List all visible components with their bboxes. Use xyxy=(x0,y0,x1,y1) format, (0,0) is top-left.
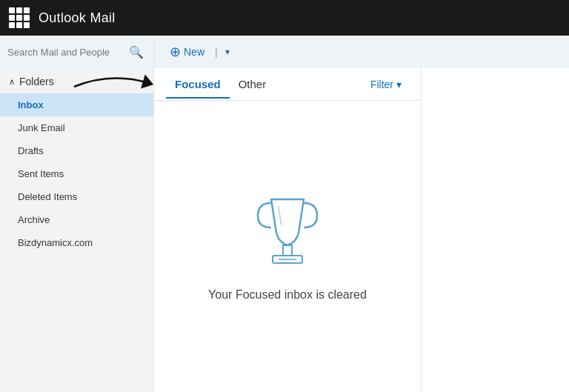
divider: | xyxy=(215,46,218,58)
waffle-dot xyxy=(16,15,22,21)
filter-label: Filter xyxy=(370,79,393,90)
search-bar: 🔍 xyxy=(0,36,155,68)
sidebar-item-deleted[interactable]: Deleted Items xyxy=(0,185,153,208)
chevron-down-icon: ▾ xyxy=(225,47,230,57)
sidebar-item-bizdynamicx[interactable]: Bizdynamicx.com xyxy=(0,231,153,254)
sidebar-item-inbox[interactable]: Inbox xyxy=(0,93,153,116)
tab-other[interactable]: Other xyxy=(230,70,276,98)
waffle-dot xyxy=(24,15,30,21)
waffle-button[interactable] xyxy=(9,7,30,28)
waffle-dot xyxy=(24,22,30,28)
tab-focused-label: Focused xyxy=(175,78,221,90)
waffle-dot xyxy=(9,22,15,28)
waffle-dot xyxy=(9,7,15,13)
tab-focused[interactable]: Focused xyxy=(166,70,230,98)
sidebar-item-label: Deleted Items xyxy=(18,191,77,202)
folders-label: Folders xyxy=(19,76,54,87)
new-icon: ⊕ xyxy=(170,45,181,59)
waffle-dot xyxy=(24,7,30,13)
sidebar-item-junk[interactable]: Junk Email xyxy=(0,116,153,139)
sidebar-item-label: Sent Items xyxy=(18,168,64,179)
search-button[interactable]: 🔍 xyxy=(126,42,147,62)
top-bar: Outlook Mail xyxy=(0,0,569,36)
waffle-dot xyxy=(16,22,22,28)
empty-message: Your Focused inbox is cleared xyxy=(208,288,367,302)
sidebar-item-archive[interactable]: Archive xyxy=(0,208,153,231)
collapse-icon[interactable]: ∧ xyxy=(9,77,15,87)
filter-button[interactable]: Filter ▾ xyxy=(363,74,409,95)
folders-header: ∧ Folders xyxy=(0,68,153,93)
toolbar: ⊕ New | ▾ xyxy=(155,36,569,68)
empty-state: Your Focused inbox is cleared xyxy=(154,101,421,392)
right-panel xyxy=(421,68,569,392)
sidebar: ∧ Folders Inbox Junk Email xyxy=(0,68,154,392)
chevron-down-icon: ▾ xyxy=(396,79,402,90)
folders-section: ∧ Folders Inbox Junk Email xyxy=(0,68,153,392)
svg-rect-0 xyxy=(283,245,292,256)
tab-other-label: Other xyxy=(239,78,267,90)
main-layout: ∧ Folders Inbox Junk Email xyxy=(0,68,569,392)
sidebar-item-label: Junk Email xyxy=(18,122,65,133)
new-button[interactable]: ⊕ New xyxy=(164,42,210,62)
tab-bar: Focused Other Filter ▾ xyxy=(154,68,421,101)
sidebar-item-label: Bizdynamicx.com xyxy=(18,237,93,248)
sidebar-item-label: Drafts xyxy=(18,145,44,156)
waffle-dot xyxy=(9,15,15,21)
search-icon: 🔍 xyxy=(129,46,144,59)
trophy-icon xyxy=(250,192,325,273)
app-title: Outlook Mail xyxy=(39,10,116,26)
waffle-dot xyxy=(16,7,22,13)
sidebar-item-drafts[interactable]: Drafts xyxy=(0,139,153,162)
sidebar-item-sent[interactable]: Sent Items xyxy=(0,162,153,185)
search-input[interactable] xyxy=(7,47,126,58)
content-area: Focused Other Filter ▾ xyxy=(154,68,421,392)
new-button-label: New xyxy=(184,46,204,58)
new-dropdown-button[interactable]: ▾ xyxy=(222,45,233,59)
sidebar-item-label: Inbox xyxy=(18,99,44,110)
sidebar-item-label: Archive xyxy=(18,214,50,225)
